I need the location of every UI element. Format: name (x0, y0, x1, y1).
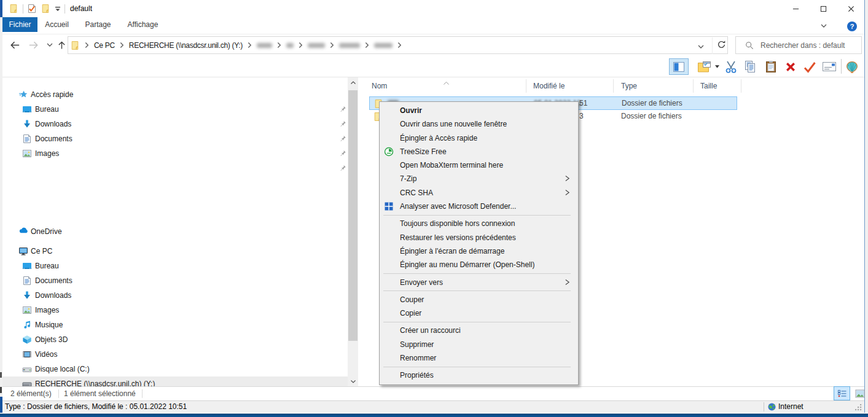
cut-button[interactable] (724, 58, 738, 75)
copy-button[interactable] (742, 58, 758, 75)
breadcrumb-segment-redacted[interactable] (286, 43, 294, 48)
divider (142, 389, 143, 398)
sidebar-item[interactable]: Objets 3D (2, 332, 348, 347)
sidebar-section-onedrive[interactable]: OneDrive (2, 224, 348, 239)
close-button[interactable] (837, 0, 865, 17)
sidebar-item[interactable]: Musique (2, 318, 348, 332)
delete-button[interactable] (783, 58, 799, 75)
navigation-pane-button[interactable] (669, 58, 689, 75)
qat-new-folder-button[interactable] (41, 4, 50, 14)
folder-options-button[interactable] (695, 58, 722, 75)
breadcrumb-chevron-icon (397, 42, 402, 49)
breadcrumb-chevron-icon (248, 42, 252, 49)
search-box[interactable]: Rechercher dans : default (735, 36, 862, 54)
sidebar-item[interactable]: Downloads (2, 288, 348, 303)
breadcrumb-segment[interactable]: Ce PC (94, 41, 115, 50)
menu-item-open-mobaxterm-terminal-here[interactable]: Open MobaXterm terminal here (380, 158, 578, 172)
drive-windows-icon (22, 364, 32, 374)
address-bar[interactable]: Ce PCRECHERCHE (\\nasdcsr.unil.ch) (Y:) (68, 36, 728, 54)
qat-customize-button[interactable] (54, 5, 61, 12)
sidebar-item[interactable]: Images (2, 146, 348, 161)
menu-item-pingler-acc-s-rapide[interactable]: Épingler à Accès rapide (380, 131, 578, 145)
breadcrumb-segment-redacted[interactable] (339, 43, 360, 48)
context-menu: OuvrirOuvrir dans une nouvelle fenêtreÉp… (379, 101, 579, 385)
menu-item-label: Open MobaXterm terminal here (400, 158, 503, 172)
sidebar-item[interactable] (2, 161, 348, 176)
breadcrumb-segment[interactable]: RECHERCHE (\\nasdcsr.unil.ch) (Y:) (129, 41, 243, 50)
divider (23, 4, 23, 14)
address-dropdown-icon[interactable] (697, 43, 707, 52)
menu-item-pingler-au-menu-d-marrer-open-shell[interactable]: Épingler au menu Démarrer (Open-Shell) (380, 258, 578, 271)
menu-item-restaurer-les-versions-pr-c-dentes[interactable]: Restaurer les versions précédentes (380, 231, 578, 244)
ribbon-tab-row: ? FichierAccueilPartageAffichage (2, 17, 864, 34)
menu-item-renommer[interactable]: Renommer (380, 351, 578, 365)
menu-item-analyser-avec-microsoft-defender[interactable]: Analyser avec Microsoft Defender... (380, 200, 578, 213)
paste-button[interactable] (763, 58, 779, 75)
sidebar-item[interactable]: Vidéos (2, 347, 348, 362)
scroll-down-icon[interactable] (348, 376, 358, 386)
scrollbar-thumb[interactable] (348, 90, 358, 341)
column-divider[interactable] (741, 79, 741, 93)
menu-item-cr-er-un-raccourci[interactable]: Créer un raccourci (380, 324, 578, 337)
qat-properties-button[interactable] (27, 4, 37, 14)
ribbon-collapse-icon[interactable] (820, 22, 831, 31)
menu-item-ouvrir[interactable]: Ouvrir (380, 104, 578, 117)
column-header-nom[interactable]: Nom (372, 77, 387, 93)
openshell-settings-button[interactable] (845, 58, 859, 75)
forward-button[interactable] (26, 38, 40, 52)
column-header-modifié-le[interactable]: Modifié le (533, 77, 565, 93)
sidebar-item[interactable]: Downloads (2, 117, 348, 131)
menu-item-couper[interactable]: Couper (380, 293, 578, 306)
help-icon[interactable]: ? (847, 21, 857, 31)
breadcrumb-segment-redacted[interactable] (257, 43, 272, 48)
menu-item-pingler-l-cran-de-d-marrage[interactable]: Épingler à l'écran de démarrage (380, 244, 578, 258)
tab-fichier[interactable]: Fichier (2, 17, 37, 32)
sidebar-item[interactable]: Images (2, 303, 348, 318)
menu-item-copier[interactable]: Copier (380, 306, 578, 320)
menu-item-envoyer-vers[interactable]: Envoyer vers (380, 276, 578, 289)
resize-grip[interactable] (854, 403, 862, 411)
column-divider[interactable] (526, 79, 526, 93)
tab-partage[interactable]: Partage (76, 17, 120, 32)
maximize-button[interactable] (810, 0, 837, 17)
menu-item-treesize-free[interactable]: TreeSize Free (380, 145, 578, 158)
window-border-right (864, 0, 865, 413)
details-view-button[interactable] (834, 386, 850, 400)
sidebar-section-quick-access[interactable]: Accès rapide (2, 87, 348, 102)
minimize-button[interactable] (782, 0, 810, 17)
column-header-type[interactable]: Type (621, 77, 637, 93)
sidebar-item[interactable]: Disque local (C:) (2, 362, 348, 376)
menu-item-crc-sha[interactable]: CRC SHA (380, 186, 578, 200)
sidebar-section-this-pc[interactable]: Ce PC (2, 244, 348, 259)
menu-item-7-zip[interactable]: 7-Zip (380, 172, 578, 185)
sidebar-item[interactable]: Bureau (2, 102, 348, 117)
onedrive-icon (18, 227, 28, 236)
menu-item-ouvrir-dans-une-nouvelle-fen-tre[interactable]: Ouvrir dans une nouvelle fenêtre (380, 117, 578, 131)
column-divider[interactable] (613, 79, 614, 93)
menu-item-supprimer[interactable]: Supprimer (380, 338, 578, 351)
up-button[interactable] (55, 38, 68, 52)
menu-item-toujours-disponible-hors-connexion[interactable]: Toujours disponible hors connexion (380, 217, 578, 230)
breadcrumb-segment-redacted[interactable] (374, 43, 393, 48)
menu-item-propri-t-s[interactable]: Propriétés (380, 368, 578, 382)
sidebar-item[interactable]: Bureau (2, 259, 348, 273)
column-divider[interactable] (693, 79, 694, 93)
tab-accueil[interactable]: Accueil (37, 17, 76, 32)
menu-item-label: TreeSize Free (400, 145, 447, 158)
refresh-icon[interactable] (717, 40, 728, 51)
sidebar-item[interactable]: Documents (2, 273, 348, 288)
pin-icon (340, 165, 347, 172)
column-header-taille[interactable]: Taille (700, 77, 717, 93)
sidebar-item[interactable]: Documents (2, 131, 348, 146)
thumbnails-view-button[interactable] (851, 386, 868, 400)
address-row: Ce PCRECHERCHE (\\nasdcsr.unil.ch) (Y:) … (2, 34, 864, 56)
email-button[interactable] (821, 58, 838, 75)
sidebar-item[interactable]: RECHERCHE (\\nasdcsr.unil.ch) (Y:) (2, 376, 348, 386)
modified-date: 51 (579, 99, 587, 107)
back-button[interactable] (8, 38, 22, 52)
breadcrumb-segment-redacted[interactable] (308, 43, 325, 48)
checkmark-button[interactable] (802, 58, 818, 75)
scroll-up-icon[interactable] (348, 77, 358, 88)
tab-affichage[interactable]: Affichage (120, 17, 166, 32)
sidebar-scrollbar[interactable] (348, 77, 358, 386)
